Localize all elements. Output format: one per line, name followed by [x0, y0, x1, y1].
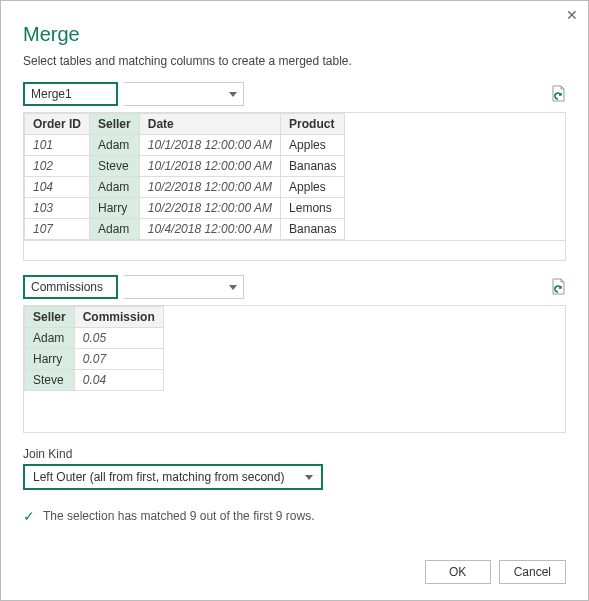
cancel-button[interactable]: Cancel [499, 560, 566, 584]
table1-header-row: Order ID Seller Date Product [25, 114, 345, 135]
refresh-icon[interactable] [550, 278, 566, 296]
table1-name-select[interactable]: Merge1 [23, 82, 118, 106]
table2-grid: Seller Commission Adam0.05 Harry0.07 Ste… [23, 305, 566, 433]
close-icon[interactable]: ✕ [566, 7, 578, 23]
col-seller2[interactable]: Seller [25, 307, 75, 328]
col-date[interactable]: Date [139, 114, 280, 135]
col-commission[interactable]: Commission [74, 307, 163, 328]
dialog-title: Merge [23, 23, 566, 46]
col-product[interactable]: Product [281, 114, 345, 135]
table2-column-select[interactable] [124, 275, 244, 299]
table-row[interactable]: 103Harry10/2/2018 12:00:00 AMLemons [25, 198, 345, 219]
table2-name-select[interactable]: Commissions [23, 275, 118, 299]
dialog-buttons: OK Cancel [425, 560, 566, 584]
merge-dialog: ✕ Merge Select tables and matching colum… [0, 0, 589, 601]
joinkind-label: Join Kind [23, 447, 566, 461]
table1-grid: Order ID Seller Date Product 101Adam10/1… [23, 112, 566, 261]
col-seller[interactable]: Seller [90, 114, 140, 135]
check-icon: ✓ [23, 508, 35, 524]
table-row[interactable]: Harry0.07 [25, 349, 164, 370]
chevron-down-icon [229, 92, 237, 97]
joinkind-select[interactable]: Left Outer (all from first, matching fro… [23, 464, 323, 490]
chevron-down-icon [305, 475, 313, 480]
table1-name-text: Merge1 [31, 87, 72, 101]
col-order-id[interactable]: Order ID [25, 114, 90, 135]
match-status: ✓ The selection has matched 9 out of the… [23, 508, 566, 524]
table1-column-select[interactable] [124, 82, 244, 106]
table2-name-text: Commissions [31, 280, 103, 294]
joinkind-value: Left Outer (all from first, matching fro… [33, 470, 284, 484]
table-row[interactable]: 101Adam10/1/2018 12:00:00 AMApples [25, 135, 345, 156]
match-status-text: The selection has matched 9 out of the f… [43, 509, 314, 523]
chevron-down-icon [229, 285, 237, 290]
table-row[interactable]: Steve0.04 [25, 370, 164, 391]
table-row[interactable]: Adam0.05 [25, 328, 164, 349]
refresh-icon[interactable] [550, 85, 566, 103]
table-row[interactable]: 104Adam10/2/2018 12:00:00 AMApples [25, 177, 345, 198]
dialog-subtitle: Select tables and matching columns to cr… [23, 54, 566, 68]
ok-button[interactable]: OK [425, 560, 491, 584]
table1-selector-row: Merge1 [23, 82, 566, 106]
table-row[interactable]: 107Adam10/4/2018 12:00:00 AMBananas [25, 219, 345, 240]
table-row[interactable]: 102Steve10/1/2018 12:00:00 AMBananas [25, 156, 345, 177]
table2-selector-row: Commissions [23, 275, 566, 299]
table2-header-row: Seller Commission [25, 307, 164, 328]
